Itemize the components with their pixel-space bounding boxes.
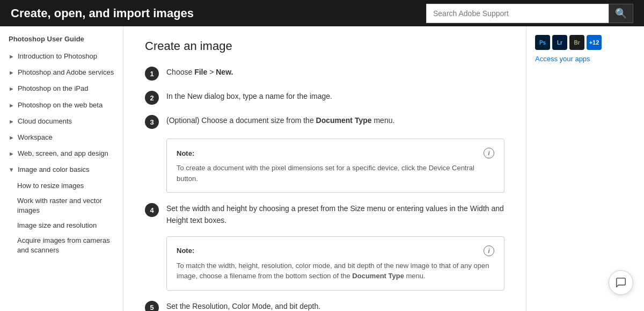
sidebar-item-workspace[interactable]: ► Workspace [0, 129, 123, 146]
step-text-4: Set the width and height by choosing a p… [166, 202, 504, 227]
step-5-line1: Set the Resolution, Color Mode, and bit … [166, 300, 494, 311]
chevron-icon: ► [9, 102, 14, 110]
chevron-icon: ► [9, 69, 14, 77]
sidebar-item-label: Cloud documents [18, 117, 72, 126]
note-box-2: Note: i To match the width, height, reso… [166, 236, 504, 291]
step-number-1: 1 [145, 67, 159, 81]
search-icon: 🔍 [615, 8, 627, 19]
sidebar-item-image-color[interactable]: ► Image and color basics [0, 162, 123, 178]
chevron-icon: ► [9, 134, 14, 142]
sidebar-item-label: Introduction to Photoshop [18, 52, 97, 61]
step-number-3: 3 [145, 115, 159, 129]
step-text-2: In the New dialog box, type a name for t… [166, 90, 332, 102]
step-number-4: 4 [145, 203, 159, 217]
note-header-2: Note: i [177, 245, 494, 256]
step-3: 3 (Optional) Choose a document size from… [145, 114, 504, 129]
chevron-down-icon: ► [8, 168, 16, 173]
content-area: Create an image 1 Choose File > New. 2 I… [123, 26, 526, 311]
right-panel: Ps Lr Br +12 Access your apps [526, 26, 644, 311]
search-container: 🔍 [426, 4, 633, 23]
access-apps-link[interactable]: Access your apps [535, 55, 590, 63]
chevron-icon: ► [9, 150, 14, 158]
chevron-icon: ► [9, 85, 14, 93]
sidebar-item-label: Photoshop on the iPad [18, 84, 89, 93]
step-4: 4 Set the width and height by choosing a… [145, 202, 504, 227]
chat-button[interactable] [609, 270, 633, 295]
sidebar-item-label: Workspace [18, 133, 53, 142]
note-box-1: Note: i To create a document with the pi… [166, 139, 504, 193]
sidebar-sub-item-raster-vector[interactable]: Work with raster and vector images [0, 193, 123, 218]
step-number-5: 5 [145, 301, 159, 311]
note-text-1: To create a document with the pixel dime… [177, 163, 494, 184]
sidebar-item-label: Image and color basics [18, 165, 90, 175]
sidebar-item-ipad[interactable]: ► Photoshop on the iPad [0, 81, 123, 97]
sidebar-item-cloud-docs[interactable]: ► Cloud documents [0, 113, 123, 129]
chevron-icon: ► [9, 53, 14, 61]
note-label-1: Note: [177, 149, 194, 157]
main-layout: Photoshop User Guide ► Introduction to P… [0, 26, 644, 311]
info-icon-2[interactable]: i [484, 245, 494, 256]
sidebar-item-label: Web, screen, and app design [18, 149, 108, 158]
note-header-1: Note: i [177, 148, 494, 158]
page-header: Create, open, and import images 🔍 [0, 0, 644, 26]
search-input[interactable] [426, 4, 609, 23]
sidebar-item-label: Photoshop on the web beta [18, 100, 103, 110]
sidebar-sub-item-acquire[interactable]: Acquire images from cameras and scanners [0, 233, 123, 258]
sidebar-guide-title: Photoshop User Guide [0, 35, 123, 48]
sidebar-item-adobe-services[interactable]: ► Photoshop and Adobe services [0, 64, 123, 81]
app-icon-lr[interactable]: Lr [552, 35, 567, 50]
step-2: 2 In the New dialog box, type a name for… [145, 90, 504, 105]
sidebar: Photoshop User Guide ► Introduction to P… [0, 26, 123, 311]
step-text-3: (Optional) Choose a document size from t… [166, 114, 394, 126]
info-icon-1[interactable]: i [484, 148, 494, 158]
article-section-title: Create an image [145, 39, 504, 53]
sidebar-item-web-beta[interactable]: ► Photoshop on the web beta [0, 97, 123, 113]
sub-item-label: Acquire images from cameras and scanners [17, 236, 110, 254]
sidebar-item-intro[interactable]: ► Introduction to Photoshop [0, 48, 123, 64]
app-icon-plus[interactable]: +12 [587, 35, 602, 50]
sidebar-sub-item-image-size[interactable]: Image size and resolution [0, 218, 123, 233]
sub-item-label: Image size and resolution [17, 221, 97, 229]
chat-icon [615, 277, 627, 288]
step-1: 1 Choose File > New. [145, 66, 504, 81]
sub-item-label: Work with raster and vector images [17, 197, 102, 214]
app-icon-br[interactable]: Br [569, 35, 584, 50]
chevron-icon: ► [9, 118, 14, 126]
step-number-2: 2 [145, 91, 159, 105]
note-text-2: To match the width, height, resolution, … [177, 261, 494, 281]
sidebar-item-web-screen[interactable]: ► Web, screen, and app design [0, 146, 123, 162]
sub-item-label: How to resize images [17, 182, 84, 190]
search-button[interactable]: 🔍 [609, 4, 633, 23]
sidebar-item-label: Photoshop and Adobe services [18, 68, 114, 77]
step-text-1: Choose File > New. [166, 66, 233, 78]
app-icon-ps[interactable]: Ps [535, 35, 550, 50]
app-icons-row: Ps Lr Br +12 [535, 35, 635, 50]
note-label-2: Note: [177, 247, 194, 255]
page-title: Create, open, and import images [11, 6, 194, 20]
sidebar-sub-item-resize[interactable]: How to resize images [0, 178, 123, 193]
step-text-5: Set the Resolution, Color Mode, and bit … [166, 300, 494, 311]
step-5: 5 Set the Resolution, Color Mode, and bi… [145, 300, 504, 311]
